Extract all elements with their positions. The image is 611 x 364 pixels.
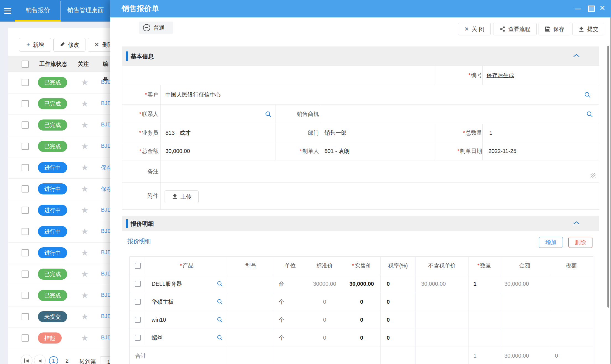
- salesman-value[interactable]: 813 - 成才: [165, 124, 191, 142]
- contact-field[interactable]: [165, 105, 257, 124]
- code-generated-link[interactable]: 保存后生成: [487, 72, 514, 79]
- star-icon[interactable]: ★: [81, 205, 89, 215]
- add-button[interactable]: + 新增: [19, 38, 51, 52]
- star-icon[interactable]: ★: [81, 269, 89, 279]
- submit-button[interactable]: 提交: [572, 23, 604, 35]
- page-2-button[interactable]: 2: [66, 358, 69, 364]
- list-row[interactable]: 已完成 ★ BJD: [8, 72, 110, 93]
- qty-cell[interactable]: 1: [469, 275, 501, 293]
- row-checkbox[interactable]: [135, 317, 141, 323]
- select-all-checkbox[interactable]: [22, 61, 29, 68]
- quote-code-link[interactable]: 保存: [101, 164, 110, 171]
- product-cell[interactable]: 华硕主板: [146, 293, 228, 311]
- star-icon[interactable]: ★: [81, 163, 89, 172]
- close-icon[interactable]: ✕: [599, 4, 605, 13]
- row-checkbox[interactable]: [135, 335, 141, 341]
- star-icon[interactable]: ★: [81, 333, 89, 343]
- resize-handle-icon[interactable]: [591, 173, 596, 178]
- list-row[interactable]: 挂起 ★ BJD: [8, 327, 110, 349]
- scrollbar-thumb[interactable]: [607, 46, 609, 308]
- minimize-icon[interactable]: [575, 9, 581, 9]
- row-checkbox[interactable]: [22, 100, 29, 107]
- close-panel-button[interactable]: ✕ 关 闭: [458, 23, 491, 35]
- quote-code-link[interactable]: BJD: [101, 271, 110, 277]
- tax-rate-cell[interactable]: 0: [381, 329, 416, 347]
- page-1-button[interactable]: 1: [49, 356, 58, 364]
- row-checkbox[interactable]: [135, 299, 141, 305]
- add-line-button[interactable]: 增加: [539, 237, 563, 248]
- opportunity-search-icon[interactable]: [586, 111, 593, 119]
- model-cell[interactable]: [228, 275, 274, 293]
- product-search-icon[interactable]: [217, 298, 223, 306]
- sale-price-cell[interactable]: 0: [343, 293, 381, 311]
- quote-detail-section-header[interactable]: 报价明细: [122, 216, 599, 231]
- tax-rate-cell[interactable]: 0: [381, 275, 416, 293]
- upload-button[interactable]: 上传: [165, 190, 199, 203]
- row-checkbox[interactable]: [22, 228, 29, 235]
- make-date-value[interactable]: 2022-11-25: [488, 142, 516, 160]
- product-search-icon[interactable]: [217, 334, 223, 342]
- tax-rate-cell[interactable]: 0: [381, 293, 416, 311]
- quote-code-link[interactable]: BJD: [101, 313, 110, 319]
- quote-code-link[interactable]: 保存: [101, 185, 110, 193]
- star-icon[interactable]: ★: [81, 248, 89, 258]
- star-icon[interactable]: ★: [81, 290, 89, 300]
- star-icon[interactable]: ★: [81, 77, 89, 87]
- quote-code-link[interactable]: BJD: [101, 228, 110, 234]
- total-qty-value[interactable]: 1: [489, 124, 492, 142]
- model-cell[interactable]: [228, 329, 274, 347]
- row-checkbox[interactable]: [22, 79, 29, 86]
- maker-value[interactable]: 801 - 袁朗: [324, 142, 350, 160]
- prev-page-button[interactable]: ◀: [34, 355, 46, 364]
- row-checkbox[interactable]: [22, 292, 29, 299]
- row-checkbox[interactable]: [22, 164, 29, 171]
- product-search-icon[interactable]: [217, 316, 223, 324]
- contact-search-icon[interactable]: [265, 111, 272, 119]
- quote-code-link[interactable]: BJD: [101, 334, 110, 341]
- collapse-chevron-icon[interactable]: [573, 53, 580, 59]
- list-row[interactable]: 已完成 ★ BJD: [8, 136, 110, 157]
- goto-page-input[interactable]: [100, 356, 110, 364]
- star-icon[interactable]: ★: [81, 99, 89, 108]
- row-checkbox[interactable]: [22, 334, 29, 342]
- customer-field[interactable]: 中国人民银行征信中心: [165, 85, 221, 104]
- star-icon[interactable]: ★: [81, 312, 89, 321]
- qty-cell[interactable]: [469, 293, 501, 311]
- row-checkbox[interactable]: [22, 207, 29, 214]
- product-cell[interactable]: DELL服务器: [146, 275, 228, 293]
- quote-code-link[interactable]: BJD: [101, 79, 110, 85]
- row-checkbox[interactable]: [22, 121, 29, 129]
- row-checkbox[interactable]: [22, 185, 29, 193]
- row-checkbox[interactable]: [22, 313, 29, 320]
- row-checkbox[interactable]: [22, 143, 29, 150]
- model-cell[interactable]: [228, 293, 274, 311]
- list-row[interactable]: 进行中 ★ BJD: [8, 200, 110, 221]
- row-checkbox[interactable]: [22, 249, 29, 256]
- star-icon[interactable]: ★: [81, 120, 89, 130]
- quote-code-link[interactable]: BJD: [101, 100, 110, 106]
- quote-code-link[interactable]: BJD: [101, 292, 110, 298]
- select-all-checkbox[interactable]: [135, 263, 141, 269]
- sale-price-cell[interactable]: 30,000.00: [343, 275, 381, 293]
- star-icon[interactable]: ★: [81, 141, 89, 151]
- quote-code-link[interactable]: BJD: [101, 121, 110, 128]
- opportunity-field[interactable]: [324, 105, 573, 124]
- list-row[interactable]: 未提交 ★ BJD: [8, 306, 110, 328]
- model-cell[interactable]: [228, 311, 274, 329]
- delete-line-button[interactable]: 删除: [568, 237, 592, 248]
- product-cell[interactable]: win10: [146, 311, 228, 329]
- qty-cell[interactable]: [469, 311, 501, 329]
- product-cell[interactable]: 螺丝: [146, 329, 228, 347]
- row-checkbox[interactable]: [22, 271, 29, 278]
- first-page-button[interactable]: ◀: [21, 355, 32, 364]
- list-row[interactable]: 进行中 ★ BJD: [8, 242, 110, 264]
- product-search-icon[interactable]: [217, 280, 223, 288]
- collapse-chevron-icon[interactable]: [573, 221, 580, 226]
- hamburger-menu-icon[interactable]: [4, 8, 11, 15]
- tab-sales-quote[interactable]: 销售报价: [15, 0, 61, 22]
- star-icon[interactable]: ★: [81, 227, 89, 236]
- star-icon[interactable]: ★: [81, 184, 89, 194]
- tab-sales-desktop[interactable]: 销售管理桌面: [63, 0, 108, 22]
- maximize-icon[interactable]: [588, 6, 595, 12]
- delete-button[interactable]: ✕ 删除: [88, 38, 110, 52]
